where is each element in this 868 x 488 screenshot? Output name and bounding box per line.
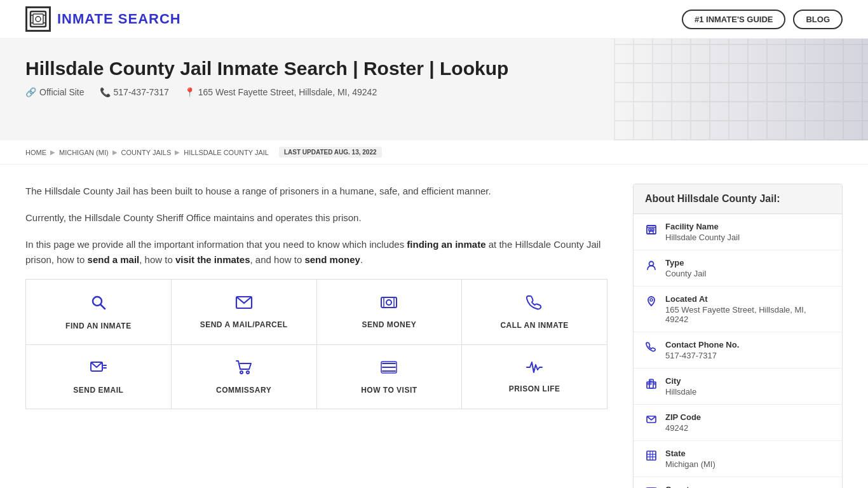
send-email-cell[interactable]: SEND EMAIL (26, 345, 172, 409)
pulse-icon (526, 360, 543, 378)
search-icon (90, 294, 107, 315)
svg-rect-34 (648, 383, 649, 384)
how-to-visit-cell[interactable]: HOW TO VISIT (317, 345, 463, 409)
logo-area: INMATE SEARCH (25, 6, 181, 32)
email-icon (90, 359, 107, 379)
about-county: County Hillsdale County (634, 477, 842, 488)
call-inmate-cell[interactable]: CALL AN INMATE (462, 280, 607, 344)
location-value: 165 West Fayette Street, Hillsdale, MI, … (665, 305, 831, 324)
guide-button[interactable]: #1 INMATE'S GUIDE (682, 10, 785, 29)
svg-rect-37 (647, 451, 656, 460)
main-container: The Hillsdale County Jail has been built… (0, 165, 868, 488)
prison-life-cell[interactable]: PRISON LIFE (462, 345, 607, 409)
location-pin-icon (645, 295, 658, 309)
logo-icon (25, 6, 51, 32)
county-content: County Hillsdale County (665, 485, 725, 488)
svg-point-17 (240, 371, 243, 374)
about-phone: Contact Phone No. 517-437-7317 (634, 332, 842, 369)
state-value: Michigan (MI) (665, 459, 715, 469)
type-value: County Jail (665, 269, 706, 278)
svg-point-29 (650, 299, 653, 301)
county-label: County (665, 485, 725, 488)
find-inmate-label: FIND AN INMATE (65, 322, 132, 330)
official-site-label: Official Site (39, 87, 85, 97)
para3-bold3: visit the inmates (175, 254, 250, 265)
call-inmate-label: CALL AN INMATE (500, 321, 568, 330)
link-icon: 🔗 (25, 87, 36, 97)
phone-content: Contact Phone No. 517-437-7317 (665, 340, 739, 360)
para3-bold1: finding an inmate (407, 239, 485, 250)
action-grid: FIND AN INMATE SEND A MAIL/PARCEL (25, 279, 607, 409)
how-to-visit-label: HOW TO VISIT (361, 386, 417, 395)
zip-content: ZIP Code 49242 (665, 412, 701, 433)
zip-value: 49242 (665, 423, 701, 433)
list-icon (380, 359, 398, 379)
blog-button[interactable]: BLOG (793, 10, 843, 29)
commissary-cell[interactable]: COMMISSARY (172, 345, 317, 409)
send-money-label: SEND MONEY (362, 320, 417, 329)
svg-point-18 (247, 371, 249, 374)
para3-end: . (360, 254, 363, 265)
sidebar: About Hillsdale County Jail: Facility Na… (633, 184, 843, 488)
action-row-1: FIND AN INMATE SEND A MAIL/PARCEL (26, 280, 607, 345)
para3-mid2: , how to (139, 254, 175, 265)
para3-mid3: , and how to (250, 254, 305, 265)
location-label: Located At (665, 294, 831, 304)
type-label: Type (665, 258, 706, 268)
svg-rect-24 (649, 229, 651, 231)
facility-name-value: Hillsdale County Jail (665, 233, 740, 242)
svg-rect-25 (652, 229, 654, 231)
breadcrumb-sep-3: ▶ (175, 149, 180, 156)
send-mail-label: SEND A MAIL/PARCEL (200, 320, 288, 329)
para3-bold4: send money (304, 254, 360, 265)
svg-rect-1 (33, 14, 43, 24)
phone-label: Contact Phone No. (665, 340, 739, 349)
main-content: The Hillsdale County Jail has been built… (25, 184, 633, 488)
prison-life-label: PRISON LIFE (509, 384, 560, 393)
find-inmate-cell[interactable]: FIND AN INMATE (26, 280, 172, 344)
para3-bold2: send a mail (88, 254, 140, 265)
money-icon (380, 295, 398, 314)
phone-call-icon (526, 294, 543, 315)
building-icon (645, 223, 658, 237)
send-money-cell[interactable]: SEND MONEY (317, 280, 463, 344)
svg-rect-23 (647, 226, 656, 234)
hero-address: 165 West Fayette Street, Hillsdale, MI, … (198, 87, 377, 97)
breadcrumb-sep-2: ▶ (112, 149, 118, 156)
about-zip: ZIP Code 49242 (634, 405, 842, 441)
contact-phone-icon (645, 341, 658, 355)
commissary-label: COMMISSARY (216, 386, 271, 395)
svg-rect-27 (649, 231, 653, 234)
breadcrumb-home[interactable]: HOME (25, 149, 46, 156)
phone-meta: 📞 517-437-7317 (100, 87, 169, 97)
zip-label: ZIP Code (665, 412, 701, 422)
breadcrumb-state[interactable]: MICHIGAN (MI) (59, 149, 109, 156)
type-content: Type County Jail (665, 258, 706, 278)
state-icon (645, 450, 658, 464)
location-icon: 📍 (184, 87, 195, 97)
address-meta: 📍 165 West Fayette Street, Hillsdale, MI… (184, 87, 377, 97)
about-card: About Hillsdale County Jail: Facility Na… (633, 184, 843, 488)
about-type: Type County Jail (634, 250, 842, 287)
svg-rect-32 (650, 381, 651, 382)
breadcrumb-county-jails[interactable]: COUNTY JAILS (121, 149, 172, 156)
hero-phone: 517-437-7317 (114, 87, 169, 97)
send-mail-cell[interactable]: SEND A MAIL/PARCEL (172, 280, 317, 344)
location-content: Located At 165 West Fayette Street, Hill… (665, 294, 831, 324)
svg-rect-35 (654, 383, 655, 384)
city-label: City (665, 376, 696, 386)
paragraph-2: Currently, the Hillsdale County Sheriff … (25, 210, 607, 226)
hero-meta: 🔗 Official Site 📞 517-437-7317 📍 165 Wes… (25, 87, 843, 97)
about-city: City Hillsdale (634, 369, 842, 405)
page-title: Hillsdale County Jail Inmate Search | Ro… (25, 58, 843, 79)
action-row-2: SEND EMAIL COMMISSARY (26, 345, 607, 409)
city-icon (645, 377, 658, 391)
state-content: State Michigan (MI) (665, 449, 715, 469)
official-site-link[interactable]: 🔗 Official Site (25, 87, 85, 97)
breadcrumb-current: HILLSDALE COUNTY JAIL (184, 149, 269, 156)
about-card-header: About Hillsdale County Jail: (634, 184, 842, 214)
phone-icon: 📞 (100, 87, 111, 97)
city-content: City Hillsdale (665, 376, 696, 396)
svg-line-8 (100, 305, 105, 309)
facility-name-content: Facility Name Hillsdale County Jail (665, 222, 740, 242)
